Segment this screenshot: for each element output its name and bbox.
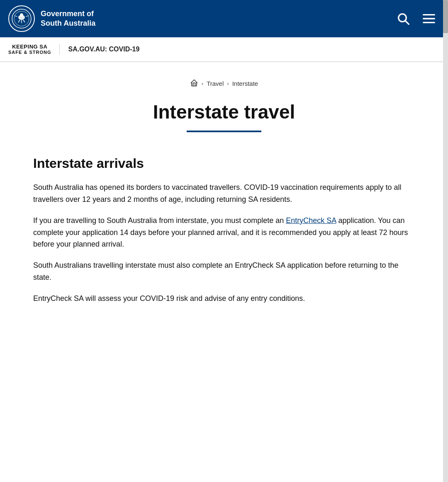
paragraph-4: EntryCheck SA will assess your COVID-19 …	[33, 293, 415, 305]
title-underline	[187, 131, 261, 132]
home-icon	[190, 79, 198, 87]
scrollbar[interactable]	[443, 0, 448, 482]
entrycheck-link[interactable]: EntryCheck SA	[286, 216, 336, 225]
header-logo-area: Government of South Australia	[8, 5, 95, 32]
menu-button[interactable]	[418, 8, 440, 29]
government-logo	[8, 5, 35, 32]
sub-header: KEEPING SA SAFE & STRONG SA.GOV.AU: COVI…	[0, 37, 448, 62]
paragraph-1: South Australia has opened its borders t…	[33, 182, 415, 206]
page-title: Interstate travel	[33, 101, 415, 123]
page-title-section: Interstate travel	[33, 101, 415, 132]
breadcrumb-home-link[interactable]	[190, 79, 198, 88]
keeping-sa-text: KEEPING SA	[12, 44, 47, 50]
svg-line-5	[23, 20, 25, 22]
breadcrumb-travel-link[interactable]: Travel	[207, 80, 224, 87]
breadcrumb-chevron-2: ›	[227, 80, 229, 87]
article-content: Interstate arrivals South Australia has …	[33, 153, 415, 305]
breadcrumb: › Travel › Interstate	[33, 79, 415, 88]
site-header: Government of South Australia	[0, 0, 448, 37]
svg-line-4	[18, 20, 20, 22]
section-heading-arrivals: Interstate arrivals	[33, 153, 415, 174]
gov-title: Government of South Australia	[41, 9, 95, 29]
scroll-thumb[interactable]	[443, 0, 448, 33]
paragraph-2-before-link: If you are travelling to South Australia…	[33, 216, 286, 225]
hamburger-icon	[422, 12, 436, 25]
svg-point-3	[20, 13, 23, 17]
svg-line-10	[405, 21, 409, 24]
header-actions	[392, 8, 440, 29]
paragraph-3: South Australians travelling interstate …	[33, 259, 415, 283]
breadcrumb-current: Interstate	[232, 80, 258, 87]
keeping-sa-sub: SAFE & STRONG	[8, 50, 51, 55]
covid-nav-link[interactable]: SA.GOV.AU: COVID-19	[68, 46, 139, 53]
svg-line-8	[26, 16, 29, 17]
search-button[interactable]	[392, 8, 414, 29]
search-icon	[397, 12, 410, 25]
main-content: › Travel › Interstate Interstate travel …	[21, 62, 427, 339]
svg-line-7	[15, 16, 17, 17]
keeping-sa-badge: KEEPING SA SAFE & STRONG	[8, 44, 60, 55]
breadcrumb-chevron-1: ›	[202, 80, 203, 87]
paragraph-2: If you are travelling to South Australia…	[33, 215, 415, 250]
